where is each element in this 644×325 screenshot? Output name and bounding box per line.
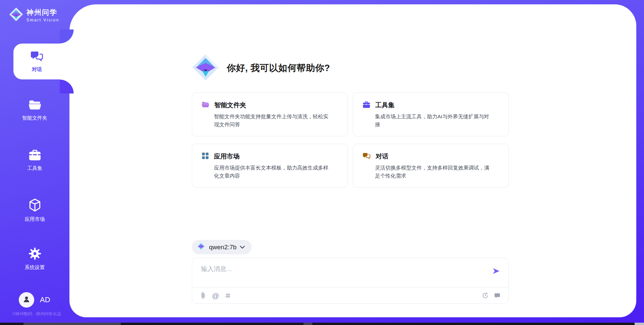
card-description: 应用市场提供丰富长文本模板，助力高效生成多样化文章内容	[214, 164, 333, 180]
copyright-text: ©神州数码 · 神州问学出品	[4, 311, 69, 317]
toolbox-icon	[363, 101, 370, 110]
message-composer: @	[192, 258, 509, 304]
folder-icon	[29, 100, 41, 112]
app-subtitle: Smart Vision	[26, 18, 59, 22]
sidebar-item-label: 工具集	[27, 165, 42, 172]
card-smart-folder[interactable]: 智能文件夹 智能文件夹功能支持批量文件上传与清洗，轻松实现文件问答	[192, 92, 348, 136]
card-description: 灵活切换多模型文件，支持多样回复效果调试，满足个性化需求	[375, 164, 494, 180]
history-icon[interactable]	[482, 292, 489, 299]
user-account[interactable]: AD	[19, 292, 50, 308]
system-taskbar-edge	[0, 323, 644, 325]
cube-icon	[29, 198, 41, 213]
send-icon[interactable]	[492, 267, 500, 275]
greeting-row: 你好, 我可以如何帮助你?	[192, 54, 330, 82]
card-title: 工具集	[375, 101, 394, 110]
card-chat[interactable]: 对话 灵活切换多模型文件，支持多样回复效果调试，满足个性化需求	[353, 144, 509, 188]
message-input[interactable]	[201, 265, 485, 285]
sidebar-item-toolset[interactable]: 工具集	[0, 149, 69, 172]
greeting-text: 你好, 我可以如何帮助你?	[227, 62, 330, 74]
tab-fillet-bottom	[60, 79, 74, 93]
card-description: 智能文件夹功能支持批量文件上传与清洗，轻松实现文件问答	[214, 113, 333, 129]
sidebar-item-smart-folder[interactable]: 智能文件夹	[0, 100, 69, 121]
taskbar-segment	[635, 323, 644, 325]
topic-icon[interactable]	[225, 292, 231, 299]
app-title: 神州问学	[26, 8, 59, 17]
card-title: 应用市场	[214, 152, 239, 161]
card-description: 集成市场上主流工具，助力AI与外界无缝扩展与对接	[375, 113, 494, 129]
card-title: 智能文件夹	[214, 101, 246, 110]
chat-icon	[31, 51, 43, 63]
model-selector[interactable]: qwen2:7b	[192, 240, 252, 254]
card-title: 对话	[376, 152, 388, 161]
brand-diamond-icon	[9, 7, 23, 23]
sidebar-item-chat[interactable]: 对话	[13, 44, 74, 79]
sidebar-item-label: 对话	[32, 66, 42, 73]
taskbar-segment	[304, 323, 312, 325]
attachment-icon[interactable]	[200, 292, 206, 299]
sidebar-item-label: 应用市场	[25, 216, 45, 222]
brand-diamond-icon	[192, 54, 219, 82]
sidebar-item-label: 系统设置	[25, 264, 45, 271]
folder-icon	[202, 102, 209, 109]
avatar	[19, 292, 34, 308]
brand-diamond-icon	[197, 242, 206, 252]
composer-toolbar: @	[192, 287, 508, 304]
card-app-market[interactable]: 应用市场 应用市场提供丰富长文本模板，助力高效生成多样化文章内容	[192, 144, 348, 188]
user-name: AD	[40, 296, 50, 304]
tab-fillet-top	[60, 29, 74, 44]
sidebar-item-app-market[interactable]: 应用市场	[0, 198, 69, 222]
feature-cards: 智能文件夹 智能文件夹功能支持批量文件上传与清洗，轻松实现文件问答 工具集 集成…	[192, 92, 509, 188]
mention-icon[interactable]: @	[212, 292, 219, 299]
toolbox-icon	[29, 149, 41, 162]
model-name: qwen2:7b	[209, 244, 236, 251]
chat-icon	[363, 152, 371, 161]
app-logo: 神州问学 Smart Vision	[9, 7, 59, 23]
person-icon	[22, 295, 31, 305]
chevron-down-icon	[240, 244, 245, 250]
card-toolset[interactable]: 工具集 集成市场上主流工具，助力AI与外界无缝扩展与对接	[353, 92, 509, 136]
gear-icon	[29, 247, 41, 261]
app-window: 神州问学 Smart Vision 对话 智能文件夹	[0, 0, 644, 325]
sidebar-item-settings[interactable]: 系统设置	[0, 247, 69, 271]
sidebar-item-label: 智能文件夹	[22, 115, 47, 121]
taskbar-segment	[23, 323, 121, 325]
conversation-icon[interactable]	[494, 292, 500, 299]
grid-icon	[202, 152, 209, 161]
